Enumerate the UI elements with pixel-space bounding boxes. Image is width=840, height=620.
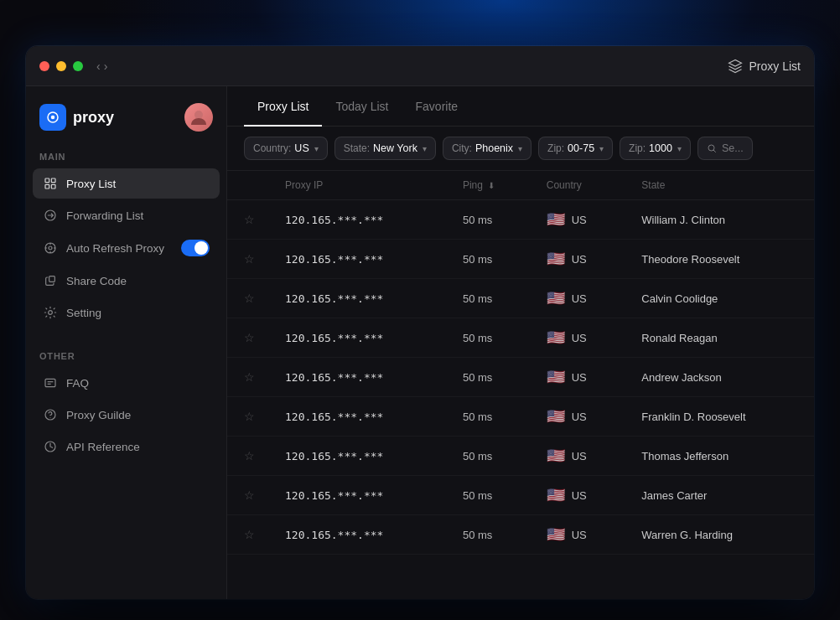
sidebar-item-auto-refresh[interactable]: Auto Refresh Proxy [33, 232, 220, 264]
search-icon [707, 143, 717, 153]
country-chevron: ▾ [314, 144, 319, 153]
content-area: Proxy List Today List Favorite Country: … [227, 86, 814, 599]
table-row: ☆ 120.165.***.*** 50 ms 🇺🇸 US Andrew Jac… [227, 358, 814, 397]
main-layout: proxy Main [26, 86, 814, 599]
state-5: Franklin D. Roosevelt [628, 397, 814, 437]
state-4: Andrew Jackson [628, 358, 814, 397]
share-code-label: Share Code [66, 275, 127, 287]
state-filter-value: New York [373, 142, 417, 154]
star-button-4[interactable]: ☆ [241, 369, 258, 385]
svg-rect-6 [51, 184, 55, 189]
filter-country[interactable]: Country: US ▾ [244, 137, 328, 160]
star-cell-1: ☆ [227, 240, 272, 279]
table-row: ☆ 120.165.***.*** 50 ms 🇺🇸 US Ronald Rea… [227, 318, 814, 358]
col-star [227, 171, 272, 200]
filter-zip2[interactable]: Zip: 1000 ▾ [620, 137, 691, 160]
ping-5: 50 ms [449, 397, 533, 437]
maximize-button[interactable] [73, 61, 83, 71]
sidebar-item-proxy-guide[interactable]: Proxy Guilde [33, 400, 220, 430]
svg-line-23 [713, 150, 715, 152]
flag-3: 🇺🇸 [547, 328, 565, 347]
state-2: Calvin Coolidge [628, 279, 814, 318]
star-cell-4: ☆ [227, 358, 272, 397]
layers-icon [728, 59, 743, 74]
forward-arrow[interactable]: › [104, 59, 108, 73]
table-row: ☆ 120.165.***.*** 50 ms 🇺🇸 US Franklin D… [227, 397, 814, 437]
svg-point-2 [194, 111, 203, 119]
filter-city[interactable]: City: Phoenix ▾ [443, 137, 531, 160]
state-1: Theodore Roosevelt [628, 240, 814, 279]
star-button-3[interactable]: ☆ [241, 329, 258, 346]
faq-label: FAQ [66, 377, 89, 390]
country-code-1: US [572, 253, 587, 266]
sidebar-item-share-code[interactable]: Share Code [33, 266, 220, 296]
filter-zip1[interactable]: Zip: 00-75 ▾ [538, 137, 613, 160]
city-chevron: ▾ [518, 144, 522, 153]
back-arrow[interactable]: ‹ [96, 59, 101, 73]
proxy-table: Proxy IP Ping ⬇ Country State [227, 171, 814, 555]
svg-rect-16 [45, 379, 55, 386]
star-button-2[interactable]: ☆ [241, 290, 258, 307]
setting-label: Setting [66, 307, 101, 319]
nav-arrows: ‹ › [96, 59, 107, 73]
star-cell-3: ☆ [227, 318, 272, 358]
ping-0: 50 ms [449, 200, 533, 240]
window-controls [39, 61, 83, 71]
svg-rect-14 [49, 276, 55, 282]
zip1-chevron: ▾ [599, 144, 604, 153]
close-button[interactable] [39, 61, 49, 71]
forwarding-label: Forwarding List [66, 209, 143, 222]
tab-today-list[interactable]: Today List [322, 86, 402, 127]
tab-proxy-list[interactable]: Proxy List [244, 86, 322, 127]
zip2-filter-value: 1000 [649, 142, 672, 154]
table-header-row: Proxy IP Ping ⬇ Country State [227, 171, 814, 200]
country-code-8: US [572, 529, 587, 541]
country-code-2: US [572, 292, 587, 305]
star-button-8[interactable]: ☆ [241, 526, 258, 543]
auto-refresh-label: Auto Refresh Proxy [66, 242, 164, 255]
ping-1: 50 ms [449, 240, 533, 279]
minimize-button[interactable] [56, 61, 66, 71]
proxy-guide-label: Proxy Guilde [66, 409, 131, 421]
sidebar-item-setting[interactable]: Setting [33, 297, 220, 328]
user-avatar[interactable] [184, 103, 213, 132]
sidebar-item-faq[interactable]: FAQ [33, 368, 220, 398]
ping-sort-icon: ⬇ [488, 181, 495, 190]
proxy-ip-8: 120.165.***.*** [272, 515, 449, 555]
star-button-6[interactable]: ☆ [241, 447, 258, 464]
country-3: 🇺🇸 US [533, 318, 629, 358]
state-8: Warren G. Harding [628, 515, 814, 555]
svg-point-1 [51, 116, 55, 120]
sidebar-item-forwarding[interactable]: Forwarding List [33, 200, 220, 230]
state-6: Thomas Jefferson [628, 437, 814, 476]
country-7: 🇺🇸 US [533, 476, 629, 515]
country-code-6: US [572, 450, 587, 462]
col-state: State [628, 171, 814, 200]
col-ping[interactable]: Ping ⬇ [449, 171, 533, 200]
flag-4: 🇺🇸 [547, 368, 565, 386]
sidebar-brand: proxy [26, 103, 226, 152]
svg-point-9 [49, 246, 52, 250]
proxy-guide-icon [43, 407, 58, 422]
svg-rect-5 [45, 184, 49, 189]
sidebar-item-proxy-list[interactable]: Proxy List [33, 168, 220, 199]
ping-8: 50 ms [449, 515, 533, 555]
other-nav: FAQ Proxy Guilde [26, 368, 226, 462]
star-button-0[interactable]: ☆ [241, 211, 258, 228]
proxy-ip-3: 120.165.***.*** [272, 318, 449, 358]
search-box[interactable]: Se... [697, 137, 753, 160]
main-section-label: Main [26, 152, 226, 168]
tab-favorite[interactable]: Favorite [402, 86, 472, 127]
auto-refresh-toggle[interactable] [181, 240, 210, 256]
state-7: James Carter [628, 476, 814, 515]
star-button-1[interactable]: ☆ [241, 251, 258, 267]
filter-state[interactable]: State: New York ▾ [334, 137, 436, 160]
api-reference-label: API Reference [66, 441, 140, 453]
brand-icon [39, 104, 66, 131]
star-button-7[interactable]: ☆ [241, 487, 258, 504]
star-button-5[interactable]: ☆ [241, 408, 258, 425]
faq-icon [43, 375, 58, 390]
sidebar-item-api-reference[interactable]: API Reference [33, 431, 220, 462]
state-3: Ronald Reagan [628, 318, 814, 358]
city-filter-value: Phoenix [475, 142, 513, 154]
